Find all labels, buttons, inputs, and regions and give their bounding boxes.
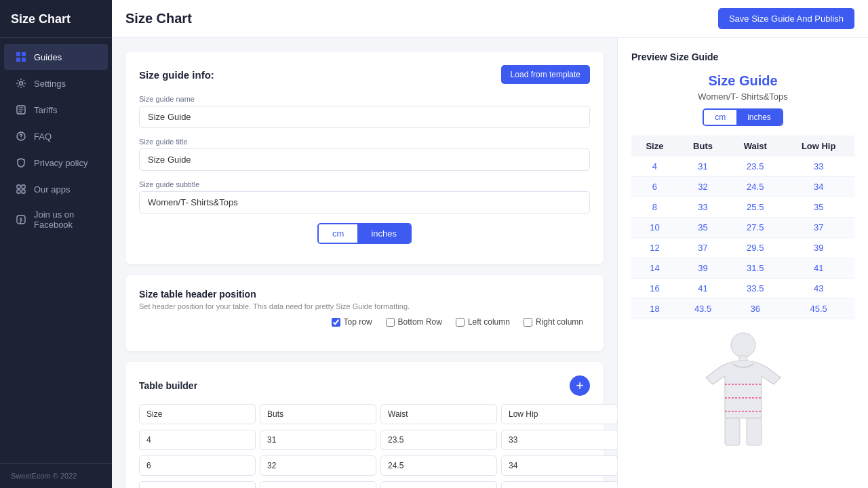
- preview-cell: 34: [783, 177, 854, 197]
- row1-lowhip-input[interactable]: [501, 430, 617, 450]
- row2-buts-input[interactable]: [260, 455, 376, 476]
- preview-cell: 31.5: [728, 258, 783, 279]
- row2-lowhip-input[interactable]: [501, 455, 617, 476]
- left-column-checkbox-item[interactable]: Left column: [456, 317, 510, 327]
- size-guide-info-card: Size guide info: Load from template Size…: [125, 52, 604, 264]
- faq-icon: [15, 130, 27, 142]
- right-column-checkbox[interactable]: [524, 318, 532, 327]
- row2-waist-input[interactable]: [380, 455, 497, 476]
- preview-unit-inches-button[interactable]: inches: [736, 110, 782, 125]
- preview-cell: 31: [678, 157, 728, 177]
- preview-cell: 37: [678, 238, 728, 258]
- table-header-row: ✕: [139, 404, 590, 424]
- row3-lowhip-input[interactable]: [501, 481, 617, 488]
- left-panel: Size guide info: Load from template Size…: [112, 38, 617, 488]
- sidebar-tariffs-label: Tariffs: [34, 105, 57, 115]
- load-template-button[interactable]: Load from template: [501, 65, 590, 84]
- table-builder-header: Table builder +: [139, 375, 590, 396]
- svg-rect-8: [17, 185, 20, 188]
- svg-rect-1: [22, 52, 26, 56]
- table-builder-card: Table builder + ✕ ✕: [125, 362, 604, 488]
- preview-cell: 18: [631, 299, 678, 319]
- preview-col-lowhip: Low Hip: [783, 136, 854, 157]
- right-column-checkbox-item[interactable]: Right column: [524, 317, 583, 327]
- sidebar-settings-label: Settings: [34, 79, 66, 89]
- header-lowhip-input[interactable]: [501, 404, 617, 424]
- top-row-checkbox-item[interactable]: Top row: [332, 317, 372, 327]
- subtitle-input[interactable]: [139, 191, 590, 214]
- preview-cell: 16: [631, 279, 678, 299]
- preview-cell: 35: [783, 197, 854, 218]
- header-position-desc: Set header position for your table. This…: [139, 302, 590, 310]
- bottom-row-checkbox[interactable]: [386, 318, 395, 327]
- sidebar-item-facebook[interactable]: Join us on Facebook: [4, 203, 108, 237]
- preview-cell: 32: [678, 177, 728, 197]
- preview-cell: 35: [678, 218, 728, 238]
- unit-cm-button[interactable]: cm: [319, 224, 357, 243]
- row3-waist-input[interactable]: [380, 481, 497, 488]
- guides-icon: [15, 51, 27, 63]
- preview-cell: 37: [783, 218, 854, 238]
- right-column-label: Right column: [536, 317, 583, 327]
- preview-col-size: Size: [631, 136, 678, 157]
- header-buts-input[interactable]: [260, 404, 376, 424]
- preview-unit-toggle: cm inches: [631, 108, 854, 126]
- row1-waist-input[interactable]: [380, 430, 497, 450]
- svg-point-13: [731, 333, 755, 357]
- preview-cell: 33.5: [728, 279, 783, 299]
- svg-rect-3: [22, 58, 26, 62]
- row2-size-input[interactable]: [139, 455, 256, 476]
- bottom-row-checkbox-item[interactable]: Bottom Row: [386, 317, 442, 327]
- facebook-icon: [15, 214, 27, 226]
- sidebar-item-settings[interactable]: Settings: [4, 70, 108, 96]
- preview-cell: 41: [783, 258, 854, 279]
- save-publish-button[interactable]: Save Size Guide And Publish: [718, 8, 854, 29]
- size-guide-info-header: Size guide info: Load from template: [139, 65, 590, 84]
- sidebar-item-faq[interactable]: FAQ: [4, 123, 108, 149]
- header-waist-input[interactable]: [380, 404, 497, 424]
- title-label: Size guide title: [139, 138, 590, 146]
- preview-panel-title: Preview Size Guide: [631, 52, 854, 62]
- checkbox-row: Top row Bottom Row Left column Righ: [139, 317, 590, 327]
- preview-cell: 33: [783, 157, 854, 177]
- sidebar-faq-label: FAQ: [34, 131, 52, 142]
- row3-size-input[interactable]: [139, 481, 256, 488]
- subtitle-group: Size guide subtitle: [139, 180, 590, 214]
- svg-point-7: [20, 138, 21, 138]
- preview-cell: 24.5: [728, 177, 783, 197]
- sidebar-item-guides[interactable]: Guides: [4, 44, 108, 70]
- preview-cell: 27.5: [728, 218, 783, 238]
- sidebar-item-privacy[interactable]: Privacy policy: [4, 150, 108, 176]
- sidebar-nav: Guides Settings Tariffs: [0, 38, 112, 463]
- add-row-button[interactable]: +: [570, 375, 590, 396]
- sidebar-footer: SweetEcom © 2022: [0, 463, 112, 488]
- preview-col-buts: Buts: [678, 136, 728, 157]
- preview-cell: 41: [678, 279, 728, 299]
- preview-cell: 43: [783, 279, 854, 299]
- mannequin-container: [631, 330, 854, 452]
- left-column-checkbox[interactable]: [456, 318, 465, 327]
- title-input[interactable]: [139, 148, 590, 171]
- unit-inches-button[interactable]: inches: [357, 224, 410, 243]
- header-size-input[interactable]: [139, 404, 256, 424]
- bottom-row-label: Bottom Row: [398, 317, 442, 327]
- svg-rect-18: [725, 418, 740, 445]
- name-input[interactable]: [139, 106, 590, 128]
- svg-rect-9: [22, 185, 25, 188]
- sidebar-item-tariffs[interactable]: Tariffs: [4, 97, 108, 123]
- content-wrapper: Size guide info: Load from template Size…: [112, 38, 868, 488]
- sidebar-item-our-apps[interactable]: Our apps: [4, 176, 108, 202]
- preview-unit-cm-button[interactable]: cm: [704, 110, 736, 125]
- preview-cell: 29.5: [728, 238, 783, 258]
- name-label: Size guide name: [139, 95, 590, 103]
- svg-rect-11: [22, 190, 25, 193]
- top-row-checkbox[interactable]: [332, 318, 340, 327]
- row1-buts-input[interactable]: [260, 430, 376, 450]
- our-apps-icon: [15, 183, 27, 195]
- mannequin-svg: [699, 330, 787, 452]
- row1-size-input[interactable]: [139, 430, 256, 450]
- header-position-title: Size table header position: [139, 289, 590, 300]
- preview-cell: 33: [678, 197, 728, 218]
- preview-cell: 6: [631, 177, 678, 197]
- row3-buts-input[interactable]: [260, 481, 376, 488]
